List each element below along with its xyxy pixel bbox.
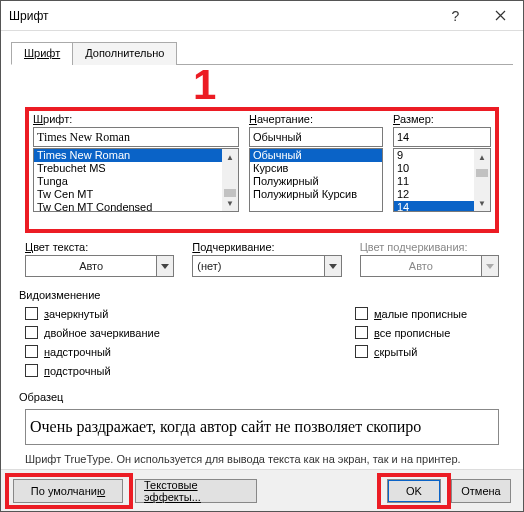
font-color-label: Цвет текста:	[25, 241, 174, 253]
style-input[interactable]	[249, 127, 383, 147]
list-item[interactable]: Tw Cen MT Condensed	[34, 201, 238, 212]
style-column: Начертание: Обычный Курсив Полужирный По…	[249, 113, 383, 212]
client-area: Шрифт Дополнительно 1 Шрифт: Times New R…	[1, 31, 523, 65]
scrollbar[interactable]: ▲ ▼	[222, 149, 238, 211]
font-input[interactable]	[33, 127, 239, 147]
list-item[interactable]: Tw Cen MT	[34, 188, 238, 201]
list-item[interactable]: Tunga	[34, 175, 238, 188]
check-superscript[interactable]: надстрочный	[25, 345, 355, 358]
list-item[interactable]: Times New Roman	[34, 149, 238, 162]
underline-style-dropdown[interactable]: (нет)	[192, 255, 341, 277]
font-dialog: Шрифт ? Шрифт Дополнительно 1 Шрифт: Tim…	[0, 0, 524, 512]
sample-preview: Очень раздражает, когда автор сайт не по…	[25, 409, 499, 445]
list-item[interactable]: Курсив	[250, 162, 382, 175]
size-listbox[interactable]: 9 10 11 12 14 ▲ ▼	[393, 148, 491, 212]
list-item[interactable]: Полужирный	[250, 175, 382, 188]
close-icon	[495, 10, 506, 21]
font-listbox[interactable]: Times New Roman Trebuchet MS Tunga Tw Ce…	[33, 148, 239, 212]
annotation-1: 1	[193, 61, 216, 109]
list-item[interactable]: Trebuchet MS	[34, 162, 238, 175]
chevron-down-icon	[156, 255, 174, 277]
chevron-down-icon	[324, 255, 342, 277]
tab-strip: Шрифт Дополнительно	[11, 41, 513, 65]
check-hidden[interactable]: скрытый	[355, 345, 467, 358]
font-label: Шрифт:	[33, 113, 239, 125]
check-small-caps[interactable]: малые прописные	[355, 307, 467, 320]
annotation-box-3	[377, 473, 451, 509]
scroll-up-icon[interactable]: ▲	[474, 149, 490, 165]
scrollbar[interactable]: ▲ ▼	[474, 149, 490, 211]
scroll-down-icon[interactable]: ▼	[222, 195, 238, 211]
check-all-caps[interactable]: все прописные	[355, 326, 467, 339]
cancel-button[interactable]: Отмена	[451, 479, 511, 503]
tab-font[interactable]: Шрифт	[11, 42, 73, 65]
color-row: Цвет текста: Авто Подчеркивание: (нет) Ц…	[25, 241, 499, 277]
size-input[interactable]	[393, 127, 491, 147]
chevron-down-icon	[481, 255, 499, 277]
size-label: Размер:	[393, 113, 491, 125]
check-double-strikethrough[interactable]: двойное зачеркивание	[25, 326, 355, 339]
scroll-up-icon[interactable]: ▲	[222, 149, 238, 165]
effects-checks: зачеркнутый двойное зачеркивание надстро…	[25, 307, 499, 377]
underline-style-label: Подчеркивание:	[192, 241, 341, 253]
list-item[interactable]: Обычный	[250, 149, 382, 162]
button-bar: По умолчанию Текстовые эффекты... OK Отм…	[1, 469, 523, 511]
scroll-down-icon[interactable]: ▼	[474, 195, 490, 211]
font-column: Шрифт: Times New Roman Trebuchet MS Tung…	[33, 113, 239, 212]
size-column: Размер: 9 10 11 12 14 ▲ ▼	[393, 113, 491, 212]
style-label: Начертание:	[249, 113, 383, 125]
truetype-hint: Шрифт TrueType. Он используется для выво…	[25, 453, 461, 465]
underline-color-dropdown: Авто	[360, 255, 499, 277]
window-title: Шрифт	[1, 9, 433, 23]
list-item[interactable]: Полужирный Курсив	[250, 188, 382, 201]
font-color-dropdown[interactable]: Авто	[25, 255, 174, 277]
underline-color-label: Цвет подчеркивания:	[360, 241, 499, 253]
text-effects-button[interactable]: Текстовые эффекты...	[135, 479, 257, 503]
sample-label: Образец	[19, 391, 63, 403]
style-listbox[interactable]: Обычный Курсив Полужирный Полужирный Кур…	[249, 148, 383, 212]
help-button[interactable]: ?	[433, 1, 478, 31]
close-button[interactable]	[478, 1, 523, 31]
titlebar: Шрифт ?	[1, 1, 523, 31]
effects-group-label: Видоизменение	[19, 289, 100, 301]
check-subscript[interactable]: подстрочный	[25, 364, 355, 377]
annotation-box-2	[5, 473, 133, 509]
tab-advanced[interactable]: Дополнительно	[72, 42, 177, 65]
check-strikethrough[interactable]: зачеркнутый	[25, 307, 355, 320]
